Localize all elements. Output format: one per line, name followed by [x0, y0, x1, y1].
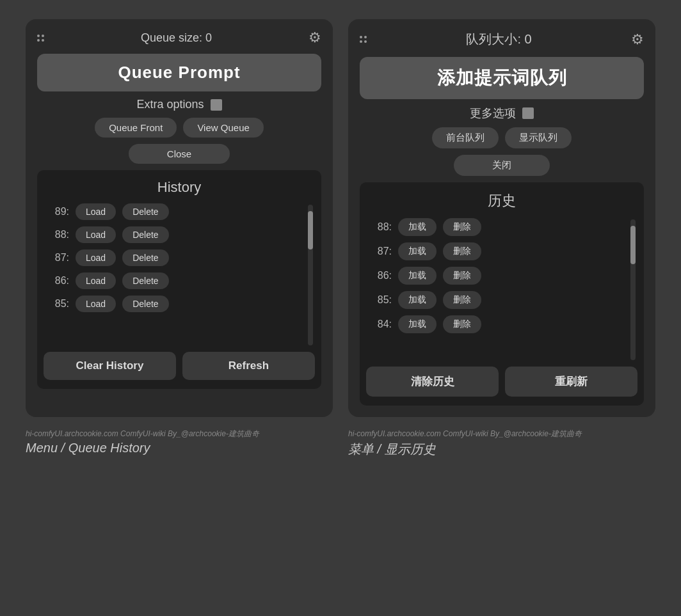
- table-row: 86: Load Delete: [44, 271, 302, 290]
- history-num: 88:: [46, 229, 69, 241]
- table-row: 85: Load Delete: [44, 294, 302, 313]
- close-btn-right[interactable]: 关闭: [454, 155, 550, 176]
- history-title-left: History: [44, 179, 315, 196]
- extra-options-checkbox-right[interactable]: [522, 107, 534, 119]
- bottom-btns-right: 清除历史 重刷新: [366, 367, 637, 397]
- table-row: 89: Load Delete: [44, 202, 302, 221]
- close-btn-left[interactable]: Close: [129, 144, 230, 164]
- load-button-zh[interactable]: 加载: [398, 291, 437, 309]
- drag-handle-right[interactable]: [360, 36, 367, 43]
- scrollbar-right[interactable]: [629, 217, 637, 360]
- scrollbar-thumb-right[interactable]: [630, 226, 636, 264]
- history-num: 87:: [369, 246, 392, 257]
- drag-handle-left[interactable]: [37, 35, 44, 42]
- footer-right: hi-comfyUI.archcookie.com ComfyUI-wiki B…: [348, 429, 655, 458]
- history-num: 85:: [46, 298, 69, 310]
- table-row: 87: 加载 删除: [366, 241, 625, 262]
- table-row: 85: 加载 删除: [366, 290, 625, 310]
- delete-button[interactable]: Delete: [122, 203, 168, 220]
- close-row-right: 关闭: [360, 155, 644, 176]
- footer-title-left: Menu / Queue History: [26, 441, 333, 455]
- footer-site-left: hi-comfyUI.archcookie.com ComfyUI-wiki B…: [26, 429, 333, 439]
- footer-row: hi-comfyUI.archcookie.com ComfyUI-wiki B…: [13, 429, 668, 458]
- history-num: 85:: [369, 294, 392, 306]
- delete-button[interactable]: Delete: [122, 249, 168, 266]
- history-num: 86:: [369, 270, 392, 281]
- delete-button-zh[interactable]: 删除: [443, 291, 481, 309]
- history-list-left: 89: Load Delete 88: Load Delete 87: Load…: [44, 202, 302, 345]
- load-button[interactable]: Load: [76, 272, 116, 289]
- history-list-container-right: 88: 加载 删除 87: 加载 删除 86: 加载 删除: [366, 217, 637, 360]
- extra-options-label-right: 更多选项: [470, 106, 516, 121]
- delete-button[interactable]: Delete: [122, 272, 168, 289]
- delete-button[interactable]: Delete: [122, 226, 168, 243]
- footer-title-right: 菜单 / 显示历史: [348, 441, 655, 458]
- delete-button-zh[interactable]: 删除: [443, 242, 481, 260]
- gear-btn-left[interactable]: ⚙: [308, 31, 321, 45]
- right-panel: 队列大小: 0 ⚙ 添加提示词队列 更多选项 前台队列 显示队列 关闭 历史 8…: [348, 19, 655, 417]
- load-button[interactable]: Load: [76, 203, 116, 220]
- extra-options-row-right: 更多选项: [360, 106, 644, 121]
- history-num: 89:: [46, 206, 69, 217]
- load-button-zh[interactable]: 加载: [398, 218, 437, 236]
- queue-size-right: 队列大小: 0: [466, 31, 531, 48]
- close-row-left: Close: [37, 144, 321, 164]
- load-button[interactable]: Load: [76, 226, 116, 243]
- view-queue-btn-right[interactable]: 显示队列: [505, 127, 572, 148]
- table-row: 86: 加载 删除: [366, 265, 625, 286]
- left-panel: Queue size: 0 ⚙ Queue Prompt Extra optio…: [26, 19, 333, 417]
- extra-options-label-left: Extra options: [136, 98, 204, 111]
- load-button-zh[interactable]: 加载: [398, 267, 437, 285]
- delete-button[interactable]: Delete: [122, 296, 168, 312]
- table-row: 84: 加载 删除: [366, 314, 625, 335]
- queue-front-btn-left[interactable]: Queue Front: [95, 118, 177, 138]
- scrollbar-thumb-left[interactable]: [308, 211, 313, 249]
- history-list-container-left: 89: Load Delete 88: Load Delete 87: Load…: [44, 202, 315, 345]
- load-button[interactable]: Load: [76, 296, 116, 312]
- refresh-btn-left[interactable]: Refresh: [182, 352, 315, 380]
- extra-options-checkbox-left[interactable]: [211, 99, 222, 111]
- load-button[interactable]: Load: [76, 249, 116, 266]
- history-num: 86:: [46, 275, 69, 287]
- clear-history-btn-left[interactable]: Clear History: [44, 352, 176, 380]
- queue-size-left: Queue size: 0: [141, 31, 212, 45]
- scrollbar-track-right: [630, 219, 636, 360]
- extra-options-row-left: Extra options: [37, 98, 321, 111]
- history-box-left: History 89: Load Delete 88: Load Delete …: [37, 170, 321, 389]
- scrollbar-track-left: [308, 205, 313, 345]
- history-num: 88:: [369, 221, 392, 233]
- history-num: 84:: [369, 319, 392, 330]
- history-box-right: 历史 88: 加载 删除 87: 加载 删除 86: 加载: [360, 182, 644, 406]
- history-list-right: 88: 加载 删除 87: 加载 删除 86: 加载 删除: [366, 217, 625, 360]
- table-row: 88: Load Delete: [44, 225, 302, 244]
- footer-site-right: hi-comfyUI.archcookie.com ComfyUI-wiki B…: [348, 429, 655, 439]
- history-num: 87:: [46, 252, 69, 264]
- load-button-zh[interactable]: 加载: [398, 315, 437, 333]
- table-row: 88: 加载 删除: [366, 217, 625, 237]
- delete-button-zh[interactable]: 删除: [443, 267, 481, 285]
- scrollbar-left[interactable]: [306, 202, 315, 345]
- queue-front-btn-right[interactable]: 前台队列: [432, 127, 499, 148]
- queue-prompt-btn-right[interactable]: 添加提示词队列: [360, 57, 644, 99]
- queue-front-view-row-right: 前台队列 显示队列: [360, 127, 644, 148]
- right-header: 队列大小: 0 ⚙: [360, 31, 644, 48]
- refresh-btn-right[interactable]: 重刷新: [505, 367, 637, 397]
- bottom-btns-left: Clear History Refresh: [44, 352, 315, 380]
- view-queue-btn-left[interactable]: View Queue: [183, 118, 263, 138]
- queue-front-view-row-left: Queue Front View Queue: [37, 118, 321, 138]
- table-row: 87: Load Delete: [44, 248, 302, 267]
- load-button-zh[interactable]: 加载: [398, 242, 437, 260]
- history-title-right: 历史: [366, 191, 637, 210]
- footer-left: hi-comfyUI.archcookie.com ComfyUI-wiki B…: [26, 429, 333, 458]
- gear-btn-right[interactable]: ⚙: [631, 33, 644, 47]
- queue-prompt-btn-left[interactable]: Queue Prompt: [37, 54, 321, 91]
- left-header: Queue size: 0 ⚙: [37, 31, 321, 45]
- clear-history-btn-right[interactable]: 清除历史: [366, 367, 499, 397]
- delete-button-zh[interactable]: 删除: [443, 315, 481, 333]
- delete-button-zh[interactable]: 删除: [443, 218, 481, 236]
